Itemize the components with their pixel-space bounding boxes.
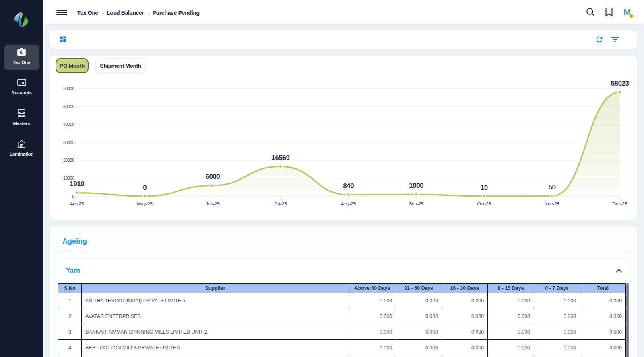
svg-text:Dec-25: Dec-25 <box>612 201 627 206</box>
svg-text:Nov-25: Nov-25 <box>545 201 559 206</box>
svg-text:40000: 40000 <box>63 122 74 127</box>
svg-text:May-25: May-25 <box>137 201 153 206</box>
svg-text:0: 0 <box>143 184 147 191</box>
svg-text:Aug-25: Aug-25 <box>341 201 356 206</box>
svg-text:6000: 6000 <box>205 173 220 181</box>
svg-text:30000: 30000 <box>63 140 74 145</box>
svg-text:1910: 1910 <box>70 180 84 188</box>
svg-text:Sep-25: Sep-25 <box>409 201 424 206</box>
svg-text:20000: 20000 <box>63 158 74 162</box>
svg-text:10: 10 <box>481 184 488 191</box>
svg-text:50: 50 <box>548 183 555 191</box>
svg-text:0: 0 <box>72 194 74 199</box>
svg-text:Apr-25: Apr-25 <box>70 201 84 206</box>
svg-text:840: 840 <box>343 182 354 190</box>
svg-text:60000: 60000 <box>63 86 74 91</box>
svg-text:1000: 1000 <box>409 182 423 189</box>
svg-text:Oct-25: Oct-25 <box>477 201 491 206</box>
svg-text:50000: 50000 <box>63 105 74 109</box>
svg-text:Jul-25: Jul-25 <box>274 201 287 206</box>
svg-text:Jun-25: Jun-25 <box>206 201 220 206</box>
svg-text:16569: 16569 <box>272 154 290 162</box>
svg-text:58023: 58023 <box>611 80 629 87</box>
